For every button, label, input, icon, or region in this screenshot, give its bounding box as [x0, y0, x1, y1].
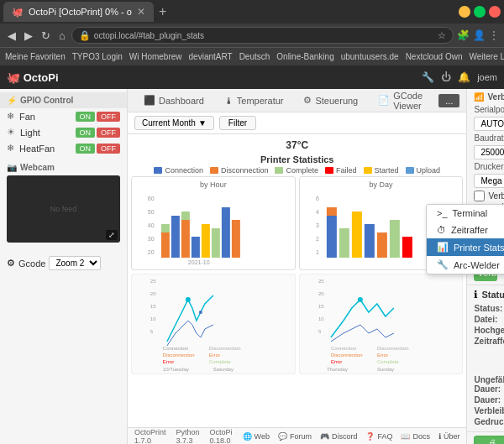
serial-select[interactable]: AUTO	[474, 117, 504, 131]
status-key-gedruckt: Gedruckt:	[474, 417, 504, 426]
svg-text:3: 3	[316, 222, 319, 228]
svg-rect-28	[402, 237, 412, 258]
svg-text:25: 25	[318, 279, 324, 284]
heatfan-off-btn[interactable]: OFF	[97, 144, 120, 154]
bookmark-more[interactable]: Weitere Lesezeichen	[469, 52, 504, 61]
gcode-row: ⚙ Gcode Zoom 1 Zoom 2 Zoom 3 Zoom 4	[7, 256, 120, 270]
minimize-btn[interactable]	[459, 6, 470, 18]
status-row-datei: Datei:	[474, 315, 497, 324]
footer-python: Python 3.7.3	[176, 428, 200, 445]
filter-btn[interactable]: Filter	[219, 116, 256, 130]
temp-display: 37°C	[131, 138, 463, 153]
arc-welder-icon: 🔧	[437, 259, 449, 270]
svg-text:Connection: Connection	[331, 346, 356, 351]
bell-icon[interactable]: 🔔	[458, 71, 470, 83]
dropdown-menu: >_ Terminal ⏱ Zeitraffer 📊 Printer Stats…	[426, 204, 504, 274]
steer-icon: ⚙	[303, 95, 312, 106]
baud-select-row: 250000 ▼	[474, 145, 497, 159]
legend-dot-started	[364, 167, 372, 174]
status-title: Status	[481, 290, 504, 300]
tab-steuerung[interactable]: ⚙ Steuerung	[294, 91, 367, 109]
action-buttons: 🖨 Drucker ⏸ Pause ⏹ Abbruch	[467, 431, 504, 444]
address-bar[interactable]: 🔒 octopi.local/#tab_plugin_stats ☆	[71, 27, 454, 44]
bookmark-meine[interactable]: Meine Favoriten	[5, 52, 66, 61]
sidebar-item-light[interactable]: ☀ Light ON OFF	[0, 124, 127, 140]
tab-more-btn[interactable]: ...	[438, 94, 459, 107]
temp-icon: 🌡	[224, 96, 234, 106]
maximize-btn[interactable]	[474, 6, 486, 18]
svg-rect-9	[181, 212, 190, 220]
new-tab-button[interactable]: +	[154, 4, 171, 19]
footer-docs[interactable]: 📖 Docs	[401, 432, 430, 441]
webcam-preview[interactable]: No feed ⤢	[7, 175, 120, 243]
bookmark-deutsch[interactable]: Deutsch	[239, 52, 270, 61]
dropdown-terminal[interactable]: >_ Terminal	[427, 205, 504, 222]
footer-web[interactable]: 🌐 Web	[243, 432, 270, 441]
baud-row: Baudrate	[474, 133, 497, 143]
dashboard-icon: ⬛	[144, 95, 155, 106]
webcam-expand-btn[interactable]: ⤢	[106, 230, 118, 240]
dropdown-printer-stats[interactable]: 📊 Printer Stats	[427, 238, 504, 256]
reload-btn[interactable]: ↻	[39, 29, 53, 42]
dropdown-arc-welder[interactable]: 🔧 Arc-Welder	[427, 256, 504, 274]
bookmark-ubuntu[interactable]: ubuntuusers.de	[341, 52, 399, 61]
light-on-btn[interactable]: ON	[76, 128, 96, 138]
scatter-chart-left: 25 20 15 10 5 10/Tuesday S	[131, 274, 296, 374]
svg-rect-14	[232, 220, 240, 258]
menu-btn[interactable]: ⋮	[489, 29, 499, 41]
tab-close-btn[interactable]: ✕	[137, 6, 145, 18]
star-icon: ☆	[438, 30, 446, 41]
bookmark-deviantart[interactable]: deviantART	[189, 52, 233, 61]
charts-container: 37°C Printer Statistics Connection Disco…	[128, 134, 466, 427]
settings-icon[interactable]: 🔧	[422, 71, 434, 83]
bookmark-nextcloud[interactable]: Nextcloud Own	[406, 52, 463, 61]
bookmark-homebrew[interactable]: Wi Homebrew	[129, 52, 182, 61]
svg-text:Error: Error	[163, 359, 174, 364]
fan-off-btn[interactable]: OFF	[97, 112, 120, 122]
power-icon[interactable]: ⏻	[441, 71, 451, 83]
legend-started: Started	[364, 166, 399, 175]
profile-select[interactable]: Mega S	[474, 174, 504, 188]
period-select-btn[interactable]: Current Month ▼	[134, 116, 214, 130]
header-user[interactable]: joem	[477, 72, 497, 82]
svg-text:25: 25	[150, 279, 156, 284]
svg-text:5: 5	[318, 329, 322, 334]
zoom-select[interactable]: Zoom 1 Zoom 2 Zoom 3 Zoom 4	[49, 256, 101, 270]
extensions-btn[interactable]: 🧩	[457, 29, 470, 41]
footer-discord[interactable]: 🎮 Discord	[320, 432, 358, 441]
bookmark-typo3[interactable]: TYPO3 Login	[72, 52, 123, 61]
tab-temperatur[interactable]: 🌡 Temperatur	[215, 92, 293, 109]
sidebar-item-heatfan[interactable]: ❄ HeatFan ON OFF	[0, 140, 127, 156]
printer-btn[interactable]: 🖨 Drucker	[474, 436, 504, 444]
tab-gcode-viewer[interactable]: 📄 GCode Viewer	[369, 89, 437, 114]
baud-select[interactable]: 250000	[474, 145, 504, 159]
footer-forum[interactable]: 💬 Forum	[278, 432, 312, 441]
dropdown-zeitraffer[interactable]: ⏱ Zeitraffer	[427, 222, 504, 238]
close-btn[interactable]	[489, 6, 501, 18]
light-toggle[interactable]: ON OFF	[76, 128, 121, 138]
svg-rect-10	[192, 237, 200, 258]
light-off-btn[interactable]: OFF	[97, 128, 120, 138]
account-btn[interactable]: 👤	[473, 29, 486, 41]
footer-faq[interactable]: ❓ FAQ	[365, 432, 392, 441]
tab-dashboard[interactable]: ⬛ Dashboard	[134, 91, 213, 109]
active-tab[interactable]: 🐙 OctoPi [OctoPrint] 0% - o ✕	[3, 2, 154, 22]
legend-dot-upload	[406, 167, 414, 174]
bookmark-banking[interactable]: Online-Banking	[276, 52, 333, 61]
status-row-hochgeladen: Hochgeladen:	[474, 326, 497, 335]
forward-btn[interactable]: ▶	[22, 29, 35, 42]
heatfan-on-btn[interactable]: ON	[76, 144, 96, 154]
gcode-icon: ⚙	[7, 258, 15, 269]
fan-toggle[interactable]: ON OFF	[76, 112, 121, 122]
status-header: ℹ Status	[474, 289, 497, 300]
serial-row: Serialport	[474, 105, 497, 114]
home-btn[interactable]: ⌂	[56, 29, 68, 42]
back-btn[interactable]: ◀	[5, 29, 18, 42]
svg-text:20: 20	[318, 291, 324, 296]
heatfan-toggle[interactable]: ON OFF	[76, 144, 121, 154]
footer-uber[interactable]: ℹ Über	[438, 432, 460, 441]
checkbox-save-input[interactable]	[474, 191, 485, 201]
sidebar-item-fan[interactable]: ❄ Fan ON OFF	[0, 108, 127, 124]
status-row-zeitraffer: Zeitraffer: Nach Zeit (10 Sek)	[474, 337, 497, 373]
fan-on-btn[interactable]: ON	[76, 112, 96, 122]
